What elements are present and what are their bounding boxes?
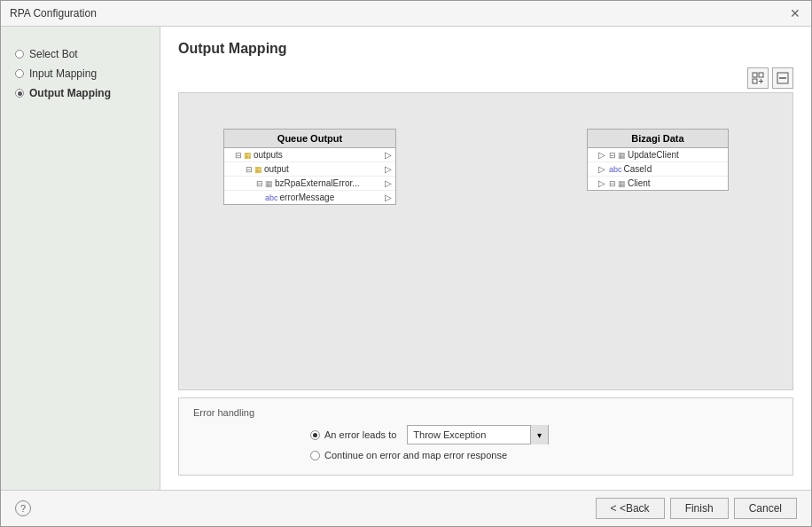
radio-label-continue-on-error[interactable]: Continue on error and map error response [310,450,507,460]
grid-icon-bzrpa: ▦ [265,179,273,188]
queue-label-errormsg: errorMessage [280,193,335,202]
queue-output-header: Queue Output [224,130,395,148]
arrow-right-output: ▷ [385,164,392,174]
close-button[interactable]: ✕ [788,6,802,20]
back-button[interactable]: < <Back [596,498,665,519]
throw-exception-dropdown[interactable]: Throw Exception ▾ [407,425,549,444]
svg-rect-2 [753,79,757,83]
radio-continue-on-error[interactable] [310,451,320,460]
folder-icon-outputs: ▦ [244,151,252,160]
error-row-1: An error leads to Throw Exception ▾ [193,425,778,444]
queue-item-output[interactable]: ⊟ ▦ output ▷ [224,162,395,177]
sidebar-label-select-bot: Select Bot [29,48,78,60]
expand-icon [752,72,764,84]
expand-icon-client: ⊟ [609,179,616,188]
arrow-right-errormsg: ▷ [385,193,392,202]
expand-icon-updateclient: ⊟ [609,151,616,160]
expand-icon-bzrpa: ⊟ [256,179,263,188]
sidebar-item-input-mapping[interactable]: Input Mapping [15,64,145,83]
error-row-2: Continue on error and map error response [193,450,778,460]
main-content: Output Mapping [160,27,811,490]
queue-label-bzrpa: bzRpaExternalError... [275,178,360,188]
folder-icon-output: ▦ [254,165,262,174]
footer-left: ? [15,500,31,516]
radio-error-leads-text: An error leads to [324,429,396,440]
bizagi-label-updateclient: UpdateClient [628,150,679,160]
collapse-icon [777,72,789,84]
text-icon-caseid: abc [609,165,622,174]
svg-rect-0 [753,73,757,77]
queue-label-output: output [264,164,289,174]
content-area: Select Bot Input Mapping Output Mapping … [1,27,811,490]
bizagi-label-caseid: CaseId [624,164,652,174]
bizagi-label-client: Client [628,178,651,188]
sidebar-radio-output-mapping [15,89,24,98]
radio-error-leads-to[interactable] [310,430,320,440]
dropdown-value: Throw Exception [408,429,530,440]
bizagi-item-caseid[interactable]: ▷ abc CaseId [588,162,728,177]
grid-icon-client: ▦ [618,179,626,188]
footer-right: < <Back Finish Cancel [596,498,797,519]
sidebar: Select Bot Input Mapping Output Mapping [1,27,160,490]
bizagi-data-header: Bizagi Data [588,130,728,148]
queue-label-outputs: outputs [254,150,283,160]
queue-item-outputs[interactable]: ⊟ ▦ outputs ▷ [224,148,395,162]
queue-output-node: Queue Output ⊟ ▦ outputs ▷ ⊟ ▦ output ▷ [223,129,396,205]
svg-rect-1 [759,73,763,77]
queue-item-bz-rpa[interactable]: ⊟ ▦ bzRpaExternalError... ▷ [224,177,395,191]
sidebar-radio-input-mapping [15,69,24,78]
radio-label-error-leads-to[interactable]: An error leads to [310,429,396,440]
help-button[interactable]: ? [15,500,31,516]
error-handling-section: Error handling An error leads to Throw E… [178,397,793,476]
bizagi-data-node: Bizagi Data ▷ ⊟ ▦ UpdateClient ▷ abc Cas… [587,129,729,191]
expand-icon-output: ⊟ [246,165,253,174]
page-title: Output Mapping [178,41,793,57]
error-handling-title: Error handling [193,407,778,418]
mapping-area: Queue Output ⊟ ▦ outputs ▷ ⊟ ▦ output ▷ [178,92,793,390]
sidebar-label-output-mapping: Output Mapping [29,87,111,99]
mapping-canvas: Queue Output ⊟ ▦ outputs ▷ ⊟ ▦ output ▷ [179,93,792,389]
sidebar-radio-select-bot [15,50,24,59]
cancel-button[interactable]: Cancel [734,498,797,519]
rpa-configuration-window: RPA Configuration ✕ Select Bot Input Map… [0,0,812,527]
arrow-left-client: ▷ [598,178,605,188]
sidebar-item-select-bot[interactable]: Select Bot [15,44,145,64]
queue-item-error-message[interactable]: abc errorMessage ▷ [224,191,395,204]
sidebar-label-input-mapping: Input Mapping [29,67,97,80]
text-icon-errormsg: abc [265,193,278,202]
toolbar-btn-collapse[interactable] [772,67,793,89]
expand-icon-outputs: ⊟ [235,151,242,160]
arrow-left-caseid: ▷ [598,164,605,174]
arrow-left-updateclient: ▷ [598,150,605,160]
titlebar: RPA Configuration ✕ [1,1,811,27]
arrow-right-bzrpa: ▷ [385,178,392,188]
grid-icon-updateclient: ▦ [618,151,626,160]
finish-button[interactable]: Finish [670,498,729,519]
bizagi-item-client[interactable]: ▷ ⊟ ▦ Client [588,177,728,190]
footer: ? < <Back Finish Cancel [1,490,811,526]
window-title: RPA Configuration [10,7,97,20]
sidebar-item-output-mapping[interactable]: Output Mapping [15,83,145,103]
radio-continue-text: Continue on error and map error response [324,450,507,460]
bizagi-item-updateclient[interactable]: ▷ ⊟ ▦ UpdateClient [588,148,728,162]
toolbar [178,67,793,89]
arrow-right-outputs: ▷ [385,150,392,160]
dropdown-arrow-icon: ▾ [530,425,548,444]
toolbar-btn-expand[interactable] [747,67,769,89]
